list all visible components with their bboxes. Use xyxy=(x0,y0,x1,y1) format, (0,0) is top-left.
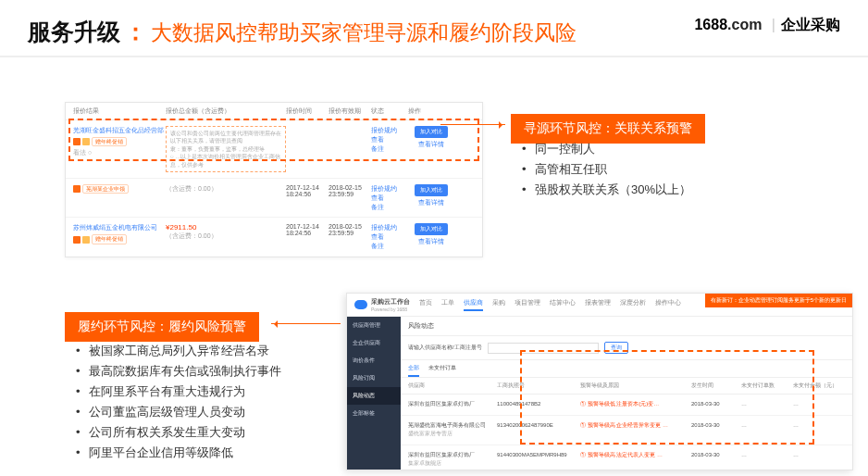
company-link[interactable]: 芜湖旺金盛科招五金化品经营部 xyxy=(73,126,166,135)
detail-link[interactable]: 查看详情 xyxy=(408,140,454,149)
table-row: 芜湖盛统富海电子商务有限公司盛统富家居专营店 91340200062487990… xyxy=(401,416,852,445)
promo-badge: 赠年终促销 xyxy=(92,137,127,146)
table-row: 苏州炜威绢五金机电有限公司 赠年终促销 ¥2911.50（含运费：0.00） 2… xyxy=(66,218,482,256)
relation-note: 该公司和贵公司前两位主要代理商管理层存在以下相关关系，请管理员查阅 隶：董事，负… xyxy=(166,126,286,172)
table-row: 芜湖某企业申领 （含运费：0.00） 2017-12-14 18:24:56 2… xyxy=(66,179,482,218)
search-button[interactable]: 查询 xyxy=(604,342,628,354)
cloud-icon xyxy=(354,300,367,309)
detail-link[interactable]: 查看详情 xyxy=(408,198,454,207)
arrow-right-icon xyxy=(440,124,505,125)
panel1-head: 报价结果 报价总金额（含运费） 报价时间 报价有效期 状态 操作 xyxy=(66,103,482,120)
company-badge: 芜湖某企业申领 xyxy=(82,184,129,194)
detail-link[interactable]: 查看详情 xyxy=(408,237,454,246)
compare-button[interactable]: 加入对比 xyxy=(415,223,448,235)
top-nav[interactable]: 首页工单供应商采购项目管理结算中心报表管理深度分析操作中心 xyxy=(419,298,681,311)
crumb: 风险动态 xyxy=(401,317,852,336)
callout-fulfil: 履约环节风控：履约风险预警 xyxy=(65,312,259,342)
fulfil-panel: 有新新订：企业动态管理订阅服务更新于5个新的更新日 采购云工作台 Powered… xyxy=(346,293,853,470)
shop-icon xyxy=(73,138,81,145)
app-subtitle: Powered by 1688 xyxy=(371,307,410,312)
promo-badge: 赠年终促销 xyxy=(92,234,127,244)
table-row: 芜湖旺金盛科招五金化品经营部 赠年终促销 看法 ○ 该公司和贵公司前两位主要代理… xyxy=(66,120,482,179)
compare-button[interactable]: 加入对比 xyxy=(415,126,448,138)
bullets-fulfil: 被国家工商总局列入异常经营名录 最高院数据库有失信或强制执行事件 在阿里系平台有… xyxy=(76,341,281,464)
search-input[interactable] xyxy=(488,343,599,354)
brand-logo: 1688.com |企业采购 xyxy=(694,17,840,33)
title-text: 大数据风控帮助买家管理寻源和履约阶段风险 xyxy=(151,19,577,47)
bullets-sourcing: 同一控制人 高管相互任职 强股权关联关系（30%以上） xyxy=(522,139,691,200)
price: ¥2911.50 xyxy=(166,223,286,232)
divider xyxy=(0,56,868,57)
title-label: 服务升级 xyxy=(28,17,120,47)
badge-icon xyxy=(82,236,90,244)
sidebar[interactable]: 供应商管理 全企供应商 询价条件 风险订阅 风险动态 全部标签 xyxy=(347,317,401,470)
sourcing-panel: 报价结果 报价总金额（含运费） 报价时间 报价有效期 状态 操作 芜湖旺金盛科招… xyxy=(65,102,483,257)
search-label: 请输入供应商名称/工商注册号 xyxy=(408,344,482,352)
arrow-left-icon xyxy=(271,323,341,324)
shop-icon xyxy=(73,236,81,244)
notice-banner: 有新新订：企业动态管理订阅服务更新于5个新的更新日 xyxy=(705,294,852,307)
table-row: 深圳市益田区集家卓灯饰厂 110004891478B2 ① 预警等级低 注册资本… xyxy=(401,395,852,416)
company-link[interactable]: 苏州炜威绢五金机电有限公司 xyxy=(73,223,166,232)
compare-button[interactable]: 加入对比 xyxy=(415,184,448,196)
filter-tabs[interactable]: 全部未支付订单 xyxy=(401,360,852,378)
shop-icon xyxy=(73,185,81,193)
app-title: 采购云工作台 xyxy=(371,297,410,307)
title-colon: ： xyxy=(124,17,147,47)
badge-icon xyxy=(82,138,90,145)
table-row: 深圳市益田区集家卓灯饰厂集家卓旗舰店 91440300MA5EMPMR9H89 … xyxy=(401,445,852,470)
